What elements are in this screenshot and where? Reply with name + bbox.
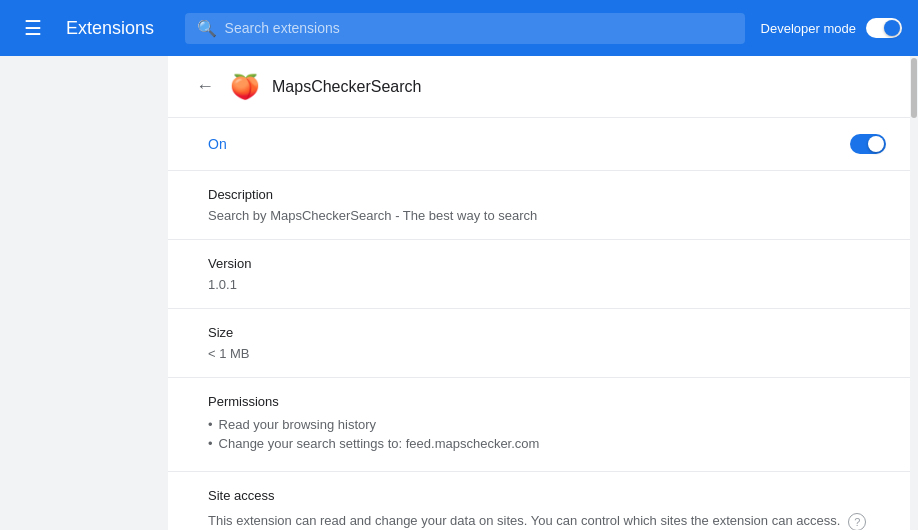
sidebar	[0, 56, 168, 530]
page-title: Extensions	[66, 18, 154, 39]
size-label: Size	[208, 325, 886, 340]
description-section: Description Search by MapsCheckerSearch …	[168, 171, 910, 240]
site-access-desc-text: This extension can read and change your …	[208, 511, 840, 530]
site-access-label: Site access	[208, 488, 886, 503]
site-access-section: Site access This extension can read and …	[168, 472, 910, 530]
description-label: Description	[208, 187, 886, 202]
main-layout: ← 🍑 MapsCheckerSearch On Description Sea…	[0, 56, 918, 530]
extension-header: ← 🍑 MapsCheckerSearch	[168, 56, 910, 118]
bullet-2: •	[208, 436, 213, 451]
permission-text-1: Read your browsing history	[219, 417, 377, 432]
on-section: On	[168, 118, 910, 171]
permission-item-1: • Read your browsing history	[208, 417, 886, 432]
search-input[interactable]	[225, 20, 733, 36]
header: ☰ Extensions 🔍 Developer mode	[0, 0, 918, 56]
permissions-label: Permissions	[208, 394, 886, 409]
version-label: Version	[208, 256, 886, 271]
version-section: Version 1.0.1	[168, 240, 910, 309]
scrollbar-thumb	[911, 58, 917, 118]
developer-mode-toggle[interactable]	[866, 18, 902, 38]
size-section: Size < 1 MB	[168, 309, 910, 378]
extension-name: MapsCheckerSearch	[272, 78, 421, 96]
site-access-desc-container: This extension can read and change your …	[208, 511, 886, 530]
permissions-section: Permissions • Read your browsing history…	[168, 378, 910, 472]
search-icon: 🔍	[197, 19, 217, 38]
menu-icon[interactable]: ☰	[16, 8, 50, 48]
scrollbar-track[interactable]	[910, 56, 918, 530]
extension-detail: ← 🍑 MapsCheckerSearch On Description Sea…	[168, 56, 910, 530]
permission-item-2: • Change your search settings to: feed.m…	[208, 436, 886, 451]
extension-enable-toggle[interactable]	[850, 134, 886, 154]
back-button[interactable]: ←	[192, 72, 218, 101]
help-icon[interactable]: ?	[848, 513, 866, 530]
on-label: On	[208, 136, 227, 152]
developer-mode-section: Developer mode	[761, 18, 902, 38]
search-bar: 🔍	[185, 13, 745, 44]
developer-mode-label: Developer mode	[761, 21, 856, 36]
description-value: Search by MapsCheckerSearch - The best w…	[208, 208, 886, 223]
size-value: < 1 MB	[208, 346, 886, 361]
version-value: 1.0.1	[208, 277, 886, 292]
bullet-1: •	[208, 417, 213, 432]
extension-icon: 🍑	[230, 73, 260, 101]
permission-text-2: Change your search settings to: feed.map…	[219, 436, 540, 451]
